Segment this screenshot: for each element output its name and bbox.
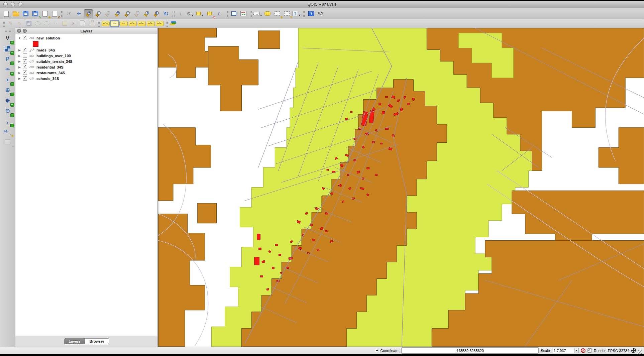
open-project-button[interactable] [11, 9, 20, 18]
zoom-next-button[interactable]: ▸ [152, 9, 161, 18]
zoom-in-button[interactable]: + [84, 9, 93, 18]
zoom-to-selection-button[interactable]: ▪ [123, 9, 132, 18]
label-options-button[interactable]: abc [101, 20, 110, 27]
scale-combo[interactable]: 1:7,937 ▼ [552, 348, 579, 353]
pin-label-button[interactable]: ab [110, 20, 119, 27]
map-tips-button[interactable] [263, 9, 272, 18]
map-canvas[interactable] [158, 28, 644, 347]
toolbar-grip[interactable] [302, 10, 305, 17]
zoom-last-button[interactable]: ◂ [142, 9, 151, 18]
layer-row-schools_34S[interactable]: ▶schools_34S [15, 76, 157, 81]
new-project-button[interactable] [2, 9, 11, 18]
layer-row-new_solution[interactable]: ▼new_solution [15, 35, 157, 41]
paste-features-button[interactable] [88, 20, 96, 27]
text-annotation-button[interactable]: T▼ [292, 9, 301, 18]
stop-render-icon[interactable] [581, 348, 585, 353]
add-feature-button[interactable] [33, 20, 42, 27]
save-project-button[interactable] [21, 9, 30, 18]
deselect-features-button[interactable]: ⊘ [205, 9, 214, 18]
expander-icon[interactable]: ▶ [18, 77, 21, 80]
layer-visibility-checkbox[interactable] [23, 59, 27, 64]
change-label-button[interactable]: abc [146, 20, 155, 27]
toolbar-grip[interactable] [3, 29, 12, 32]
render-checkbox[interactable] [587, 348, 592, 353]
layer-visibility-checkbox[interactable] [23, 65, 27, 69]
move-label-button[interactable]: abc [128, 20, 137, 27]
panel-tab-layers[interactable]: Layers [64, 339, 85, 344]
toolbar-grip[interactable] [2, 20, 5, 27]
select-by-expression-button[interactable]: ε [215, 9, 224, 18]
toolbar-grip[interactable] [225, 10, 228, 17]
expander-icon[interactable]: ▶ [18, 54, 21, 57]
zoom-out-button[interactable]: − [94, 9, 103, 18]
rotate-label-button[interactable]: abc [137, 20, 146, 27]
pan-map-to-selection-button[interactable]: ✛ [74, 9, 83, 18]
toolbar-grip[interactable] [97, 20, 100, 27]
remove-layer-button[interactable]: − [3, 137, 13, 147]
copy-features-button[interactable] [79, 20, 87, 27]
toolbar-grip[interactable] [165, 20, 168, 27]
layer-row-residential_34S[interactable]: ▶residential_34S [15, 64, 157, 70]
add-delimited-text-layer-button[interactable]: ,+ [3, 116, 13, 126]
add-wfs-layer-button[interactable]: ⊖+ [3, 106, 13, 116]
field-calculator-button[interactable] [239, 9, 248, 18]
minimize-window-button[interactable] [11, 2, 15, 6]
layer-row-roads_34S[interactable]: ▶roads_34S [15, 47, 157, 53]
expander-icon[interactable]: ▶ [18, 66, 21, 69]
zoom-window-button[interactable] [18, 2, 22, 6]
run-feature-action-button[interactable]: ⚙▼ [186, 9, 195, 18]
composer-manager-button[interactable]: ⚙ [50, 9, 59, 18]
layer-visibility-checkbox[interactable] [23, 36, 27, 40]
zoom-native-button[interactable]: 1:1 [103, 9, 112, 18]
add-wcs-layer-button[interactable]: ⊕+ [3, 96, 13, 105]
cut-features-button[interactable]: ✂ [70, 20, 78, 27]
add-spatialite-layer-button[interactable]: ❧+ [3, 65, 13, 74]
legend-color-swatch[interactable] [33, 41, 38, 47]
new-spatialite-layer-button[interactable]: ❧✱▼ [3, 127, 13, 136]
panel-close-icon[interactable]: ✕ [17, 29, 21, 33]
add-postgis-layer-button[interactable]: P+ [3, 54, 13, 64]
layer-visibility-checkbox[interactable] [23, 71, 27, 75]
add-raster-layer-button[interactable]: + [3, 44, 13, 53]
node-tool-button[interactable]: ∘∘ [51, 20, 60, 27]
layer-visibility-checkbox[interactable] [23, 53, 27, 58]
expander-icon[interactable]: ▼ [18, 36, 21, 40]
add-mssql-layer-button[interactable]: ◗+ [3, 75, 13, 85]
move-feature-button[interactable] [61, 20, 69, 27]
add-vector-layer-button[interactable]: V+ [3, 33, 13, 43]
toolbar-grip[interactable] [249, 10, 252, 17]
save-project-as-button[interactable]: ✎ [31, 9, 40, 18]
panel-tab-browser[interactable]: Browser [85, 339, 109, 344]
toolbar-grip[interactable] [61, 10, 63, 17]
resize-grip[interactable] [638, 350, 642, 354]
identify-features-button[interactable]: i [176, 9, 185, 18]
toggle-editing-button[interactable]: ✎ [15, 20, 24, 27]
label-properties-button[interactable]: abc [155, 20, 164, 27]
select-features-button[interactable]: ▼ [195, 9, 204, 18]
panel-float-icon[interactable]: ❐ [23, 29, 27, 33]
show-bookmarks-button[interactable]: ⚑ [282, 9, 291, 18]
open-attribute-table-button[interactable] [229, 9, 238, 18]
layer-visibility-checkbox[interactable] [23, 76, 27, 81]
save-layer-edits-button[interactable] [24, 20, 33, 27]
expander-icon[interactable]: ▶ [18, 60, 21, 63]
layer-row-buildings_over_100[interactable]: ▶buildings_over_100 [15, 53, 157, 58]
coordinate-capture-icon[interactable]: ⌖ [376, 348, 378, 353]
processing-toolbox-button[interactable] [169, 20, 178, 27]
highlight-pinned-labels-button[interactable]: ab [119, 20, 128, 27]
help-contents-button[interactable]: ? [306, 9, 315, 18]
crs-globe-icon[interactable] [631, 348, 636, 353]
zoom-to-layer-button[interactable] [132, 9, 141, 18]
add-wms-layer-button[interactable]: ⊕+ [3, 85, 13, 95]
expander-icon[interactable]: ▶ [18, 48, 21, 52]
current-edits-button[interactable]: ✎ [6, 20, 15, 27]
layer-row-suitable_terrain_34S[interactable]: ▶suitable_terrain_34S [15, 58, 157, 64]
new-print-composer-button[interactable]: ✱ [40, 9, 49, 18]
refresh-map-button[interactable]: ↻ [162, 9, 171, 18]
measure-line-button[interactable]: ▼ [253, 9, 262, 18]
title-bar[interactable]: QGIS – analysis [0, 1, 644, 8]
layer-visibility-checkbox[interactable] [23, 48, 27, 52]
expander-icon[interactable]: ▶ [18, 71, 21, 75]
pan-map-button[interactable]: ☞ [65, 9, 74, 18]
coordinate-input[interactable] [401, 347, 539, 354]
